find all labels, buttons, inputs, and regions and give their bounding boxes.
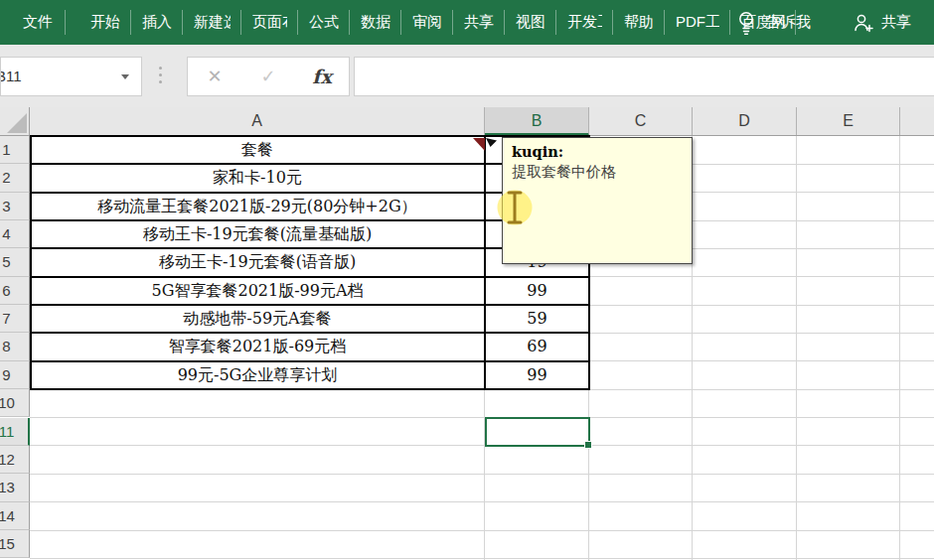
- name-box-dropdown-icon[interactable]: [121, 74, 129, 79]
- row-header-4[interactable]: 4: [0, 220, 30, 248]
- row-header-1[interactable]: 1: [0, 136, 30, 164]
- column-header-C[interactable]: C: [589, 107, 693, 135]
- tab-data[interactable]: 数据: [350, 0, 401, 45]
- tab-share[interactable]: 共享: [453, 0, 505, 45]
- tab-label: 开发工: [567, 13, 602, 32]
- tab-insert[interactable]: 插入: [131, 0, 183, 45]
- cancel-button[interactable]: ✕: [188, 66, 241, 87]
- row-header-5[interactable]: 5: [0, 248, 30, 276]
- row-header-8[interactable]: 8: [0, 333, 30, 360]
- gridline: [30, 445, 934, 446]
- cell-B9[interactable]: 99: [486, 361, 588, 389]
- tab-new-tab[interactable]: 新建选: [183, 0, 241, 45]
- tab-home[interactable]: 开始: [79, 0, 131, 45]
- tab-label: 共享: [464, 13, 494, 32]
- tell-me-label: 告诉我: [766, 13, 811, 32]
- row-number: 12: [0, 446, 30, 473]
- row-number: 6: [0, 277, 30, 304]
- column-header-E[interactable]: E: [797, 107, 900, 135]
- row-number: 11: [0, 418, 30, 445]
- comment-author: kuqin:: [512, 143, 683, 160]
- cell-A4[interactable]: 移动王卡-19元套餐(流量基础版): [32, 220, 483, 248]
- comment-anchor-arrow-icon: [486, 138, 500, 150]
- tab-file[interactable]: 文件: [10, 0, 66, 45]
- tab-help[interactable]: 帮助: [613, 0, 665, 45]
- row-header-3[interactable]: 3: [0, 193, 30, 220]
- share-button[interactable]: 共享: [853, 0, 911, 45]
- row-number: 9: [0, 361, 30, 388]
- select-all-button[interactable]: [0, 107, 30, 135]
- cell-A1[interactable]: 套餐: [32, 136, 483, 164]
- tab-label: 视图: [516, 13, 545, 32]
- comment-box: kuqin: 提取套餐中价格: [502, 137, 693, 264]
- column-header-F-partial[interactable]: [900, 107, 934, 135]
- row-header-9[interactable]: 9: [0, 361, 30, 389]
- tab-label: 文件: [23, 13, 53, 32]
- row-header-10[interactable]: 10: [0, 389, 30, 417]
- name-box[interactable]: B11: [0, 57, 142, 96]
- cell-B6[interactable]: 99: [486, 277, 588, 305]
- row-number: 1: [0, 136, 30, 163]
- cell-A3[interactable]: 移动流量王套餐2021版-29元(80分钟+2G）: [32, 193, 483, 220]
- column-header-B[interactable]: B: [485, 107, 589, 136]
- row-number: 13: [0, 474, 30, 500]
- cell-A6[interactable]: 5G智享套餐2021版-99元A档: [32, 277, 483, 305]
- tab-page-layout[interactable]: 页面布: [241, 0, 298, 45]
- column-header-A[interactable]: A: [30, 107, 485, 135]
- ribbon-tab-bar: 文件 开始 插入 新建选 页面布 公式 数据 审阅 共享 视图 开发工 帮助 P…: [0, 0, 934, 45]
- cell-B8[interactable]: 69: [486, 333, 588, 360]
- fill-handle[interactable]: [584, 441, 592, 449]
- tab-label: 公式: [309, 13, 339, 32]
- tab-label: 页面布: [252, 13, 287, 32]
- tab-label: 帮助: [624, 13, 654, 32]
- tell-me-button[interactable]: 告诉我: [736, 0, 811, 45]
- table-border: [484, 135, 486, 390]
- row-header-11[interactable]: 11: [0, 418, 30, 446]
- cell-B7[interactable]: 59: [486, 305, 588, 333]
- table-border: [30, 332, 589, 334]
- cell-A8[interactable]: 智享套餐2021版-69元档: [32, 333, 483, 360]
- row-header-7[interactable]: 7: [0, 305, 30, 333]
- cell-A9[interactable]: 99元-5G企业尊享计划: [32, 361, 483, 389]
- tab-label: 数据: [361, 13, 390, 32]
- row-number: 5: [0, 248, 30, 275]
- cell-A7[interactable]: 动感地带-59元A套餐: [32, 305, 483, 333]
- person-plus-icon: [853, 12, 874, 34]
- tab-review[interactable]: 审阅: [401, 0, 453, 45]
- table-border: [30, 135, 32, 390]
- gridline: [30, 501, 934, 502]
- select-all-triangle-icon: [7, 113, 27, 133]
- toolbar-resize-dots[interactable]: [159, 67, 162, 83]
- row-header-13[interactable]: 13: [0, 474, 30, 501]
- tab-pdf-tools[interactable]: PDF工: [665, 0, 730, 45]
- insert-function-button[interactable]: fx: [295, 66, 349, 87]
- formula-bar-input[interactable]: [354, 57, 934, 96]
- row-header-12[interactable]: 12: [0, 446, 30, 474]
- row-number: 14: [0, 502, 30, 529]
- row-number: 7: [0, 305, 30, 332]
- cell-A5[interactable]: 移动王卡-19元套餐(语音版): [32, 248, 483, 276]
- tab-label: 新建选: [194, 13, 231, 32]
- active-cell-B11[interactable]: [485, 417, 590, 447]
- tab-developer[interactable]: 开发工: [556, 0, 613, 45]
- gridline: [30, 417, 934, 418]
- column-header-D[interactable]: D: [693, 107, 797, 135]
- comment-indicator-icon: [473, 138, 485, 151]
- enter-button[interactable]: ✓: [241, 66, 295, 87]
- row-header-14[interactable]: 14: [0, 502, 30, 530]
- row-number: 3: [0, 193, 30, 219]
- tab-label: PDF工: [676, 13, 719, 32]
- gridline: [30, 474, 934, 475]
- formula-toolbar: B11 ✕ ✓ fx: [0, 45, 934, 107]
- row-header-6[interactable]: 6: [0, 277, 30, 305]
- formula-buttons: ✕ ✓ fx: [187, 57, 350, 96]
- row-header-15[interactable]: 15: [0, 530, 30, 558]
- tab-view[interactable]: 视图: [505, 0, 556, 45]
- table-border: [30, 388, 589, 390]
- row-number: 15: [0, 530, 30, 557]
- cell-A2[interactable]: 家和卡-10元: [32, 164, 483, 192]
- row-number: 8: [0, 333, 30, 359]
- row-header-2[interactable]: 2: [0, 164, 30, 192]
- tab-formulas[interactable]: 公式: [298, 0, 350, 45]
- table-border: [30, 360, 589, 362]
